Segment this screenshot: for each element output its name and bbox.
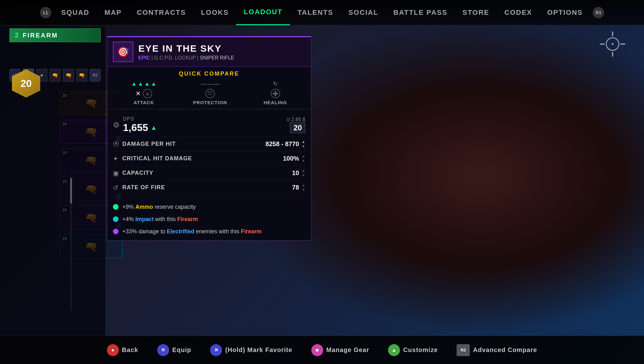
currency-icon: ⊙	[286, 117, 290, 122]
stat-value-2: 100%	[261, 155, 299, 162]
heal-icon-1: ↻	[273, 80, 278, 87]
stat-icon-3: ▣	[113, 169, 122, 177]
nav-looks[interactable]: LOOKS	[193, 0, 236, 25]
firearm-category-label: FIREARM	[23, 32, 58, 39]
scrollbar-thumb	[70, 178, 72, 203]
action-manage-gear[interactable]: ■ Manage Gear	[311, 344, 369, 356]
perk-row-2: +4% Impact with this Firearm	[113, 215, 305, 223]
perk-text-1: +9% Ammo reserve capacity	[122, 203, 196, 211]
favorite-label: (Hold) Mark Favorite	[225, 346, 292, 354]
filter-gun-btn[interactable]: 🔫	[50, 69, 61, 82]
action-mark-favorite[interactable]: ✕ (Hold) Mark Favorite	[210, 344, 292, 356]
prot-icon-1: —	[201, 81, 206, 87]
perk-row-1: +9% Ammo reserve capacity	[113, 203, 305, 211]
top-navigation: L1 SQUAD MAP CONTRACTS LOOKS LOADOUT TAL…	[0, 0, 644, 25]
item-type: SNIPER RIFLE	[200, 55, 234, 60]
firearm-category-header: 2 FIREARM	[9, 28, 101, 42]
advanced-compare-button-icon: R2	[457, 344, 470, 356]
filter-pistol-btn[interactable]: 🔫	[63, 69, 74, 82]
stats-section: ⚙ DPS 1,655 ▲ ⊙ 2.85 $ 20 ⦿ DAM	[107, 109, 311, 199]
prot-icon-3: —	[214, 81, 219, 87]
dps-label: DPS	[123, 116, 157, 122]
stat-name-3: CAPACITY	[122, 170, 261, 176]
item-info: EYE IN THE SKY EPIC | G.C.P.D. LOCKUP | …	[138, 43, 234, 61]
item-name: EYE IN THE SKY	[138, 43, 234, 54]
attack-icon-2: ▲	[138, 81, 143, 87]
nav-squad[interactable]: SQUAD	[54, 0, 97, 25]
back-button-icon: ●	[107, 344, 119, 356]
action-back[interactable]: ● Back	[107, 344, 138, 356]
qc-protection-icons: — — —	[201, 81, 219, 87]
perk-highlight-firearm-1: Firearm	[177, 216, 198, 222]
nav-loadout[interactable]: LOADOUT	[236, 0, 290, 25]
quick-compare-section: QUICK COMPARE ▲ ▲ ▲ ▲ ✕ ⚔ ATTACK —	[107, 67, 311, 109]
back-label: Back	[122, 346, 138, 354]
perk-row-3: +33% damage to Electrified enemies with …	[113, 228, 305, 236]
perk-dot-1	[113, 204, 119, 210]
perk-highlight-firearm-2: Firearm	[241, 228, 262, 235]
qc-healing: ↻ ➕ HEALING	[264, 80, 287, 105]
filter-sniper-btn[interactable]: 🔫	[76, 69, 87, 82]
qc-attack: ▲ ▲ ▲ ▲ ✕ ⚔ ATTACK	[131, 81, 156, 105]
perks-section: +9% Ammo reserve capacity +4% Impact wit…	[107, 199, 311, 240]
perk-text-2: +4% Impact with this Firearm	[122, 215, 198, 223]
nav-l1-button[interactable]: L1	[40, 7, 51, 18]
stat-capacity: ▣ CAPACITY 10 ▲ ▼	[113, 166, 305, 180]
item-icon: 🎯	[113, 42, 133, 62]
nav-r1-button[interactable]: R1	[593, 7, 604, 18]
nav-store[interactable]: STORE	[455, 0, 497, 25]
quick-compare-title: QUICK COMPARE	[113, 71, 305, 77]
dps-row: ⚙ DPS 1,655 ▲ ⊙ 2.85 $ 20	[113, 113, 305, 137]
crosshair-icon	[600, 31, 625, 57]
filter-r2-btn[interactable]: R2	[90, 69, 101, 82]
nav-battlepass[interactable]: BATTLE PASS	[386, 0, 455, 25]
qc-attack-icons: ▲ ▲ ▲ ▲	[131, 81, 156, 87]
bottom-action-bar: ● Back ✕ Equip ✕ (Hold) Mark Favorite ■ …	[0, 336, 644, 364]
stat-rate-of-fire: ↺ RATE OF FIRE 78 ▲ ▼	[113, 180, 305, 195]
stat-icon-2: ✦	[113, 155, 122, 162]
qc-healing-label: HEALING	[264, 100, 287, 105]
action-equip[interactable]: ✕ Equip	[157, 344, 192, 356]
perk-highlight-3: Electrified	[167, 228, 194, 235]
stat-arrows-4: ▲ ▼	[302, 183, 305, 192]
stat-damage-per-hit: ⦿ DAMAGE PER HIT 8258 - 8770 ▲ ▼	[113, 137, 305, 151]
action-customize[interactable]: ▲ Customize	[388, 344, 438, 356]
item-source: G.C.P.D. LOCKUP	[154, 55, 196, 60]
dps-value: 1,655 ▲	[123, 122, 157, 134]
action-advanced-compare[interactable]: R2 Advanced Compare	[457, 344, 537, 356]
nav-map[interactable]: MAP	[97, 0, 129, 25]
firearm-slot-number: 2	[15, 31, 19, 39]
item-card: 🎯 EYE IN THE SKY EPIC | G.C.P.D. LOCKUP …	[107, 36, 311, 241]
attack-icon-3: ▲	[144, 81, 150, 87]
stat-critical-hit: ✦ CRITICAL HIT DAMAGE 100% ▲ ▼	[113, 151, 305, 166]
stat-name-1: DAMAGE PER HIT	[122, 141, 261, 147]
weapons-list-scrollbar[interactable]	[70, 175, 72, 310]
stat-icon-1: ⦿	[113, 140, 122, 148]
dps-right: ⊙ 2.85 $ 20	[286, 117, 305, 133]
equip-button-icon: ✕	[157, 344, 169, 356]
dps-left: DPS 1,655 ▲	[123, 116, 157, 134]
nav-codex[interactable]: CODEX	[497, 0, 540, 25]
attack-icon-1: ▲	[131, 81, 137, 87]
attack-icon-4: ▲	[151, 81, 157, 87]
svg-point-5	[612, 43, 613, 45]
stat-name-2: CRITICAL HIT DAMAGE	[122, 155, 261, 162]
equip-label: Equip	[172, 346, 192, 354]
perk-dot-3	[113, 229, 119, 234]
stat-value-1: 8258 - 8770	[261, 140, 299, 148]
dps-currency: ⊙ 2.85 $	[286, 117, 305, 122]
qc-protection-label: PROTECTION	[193, 100, 227, 105]
item-subtitle: EPIC | G.C.P.D. LOCKUP | SNIPER RIFLE	[138, 55, 234, 61]
nav-social[interactable]: SOCIAL	[341, 0, 386, 25]
item-rarity: EPIC	[138, 55, 150, 60]
favorite-button-icon: ✕	[210, 344, 222, 356]
nav-options[interactable]: OPTIONS	[540, 0, 590, 25]
nav-talents[interactable]: TALENTS	[290, 0, 341, 25]
stat-value-3: 10	[261, 169, 299, 177]
dps-level: 20	[290, 122, 305, 133]
perk-highlight-1: Ammo	[136, 204, 153, 210]
nav-contracts[interactable]: CONTRACTS	[129, 0, 193, 25]
manage-gear-label: Manage Gear	[326, 346, 369, 354]
prot-icon-2: —	[207, 81, 213, 87]
perk-text-3: +33% damage to Electrified enemies with …	[122, 228, 262, 236]
